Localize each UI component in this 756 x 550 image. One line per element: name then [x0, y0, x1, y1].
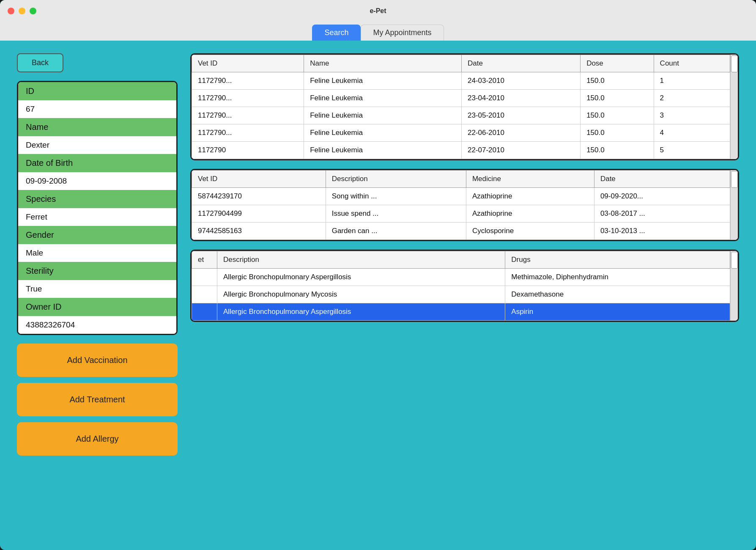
pet-field-sterility-header: Sterility [18, 262, 176, 280]
table-row[interactable]: 1172790...Feline Leukemia24-03-2010150.0… [192, 72, 730, 90]
table-row[interactable]: 11727904499Issue spend ...Azathioprine03… [192, 205, 730, 223]
app-window: e-Pet Search My Appointments Back ID 67 … [0, 0, 756, 550]
vac-col-count: Count [654, 55, 730, 72]
table-row[interactable]: 1172790...Feline Leukemia23-04-2010150.0… [192, 90, 730, 107]
pet-field-gender-header: Gender [18, 226, 176, 244]
treat-col-desc: Description [326, 170, 466, 188]
tab-search[interactable]: Search [312, 25, 361, 41]
vac-col-dose: Dose [581, 55, 654, 72]
pet-field-sterility-value: True [18, 280, 176, 298]
pet-field-id-header: ID [18, 82, 176, 100]
pet-field-id-value: 67 [18, 100, 176, 118]
pet-field-species-value: Ferret [18, 208, 176, 226]
allergy-col-drugs: Drugs [505, 251, 730, 269]
vac-col-date: Date [461, 55, 580, 72]
add-treatment-button[interactable]: Add Treatment [17, 383, 178, 416]
window-controls [8, 8, 36, 14]
table-row[interactable]: 97442585163Garden can ...Cyclosporine03-… [192, 223, 730, 240]
add-allergy-button[interactable]: Add Allergy [17, 422, 178, 456]
pet-field-species-header: Species [18, 190, 176, 208]
pet-field-dob-header: Date of Birth [18, 154, 176, 172]
treat-col-med: Medicine [466, 170, 594, 188]
main-content: Back ID 67 Name Dexter Date of Birth 09-… [0, 41, 756, 550]
left-panel: Back ID 67 Name Dexter Date of Birth 09-… [17, 53, 178, 537]
allergy-col-desc: Description [217, 251, 505, 269]
treatment-scrollbar[interactable] [730, 170, 738, 240]
table-row[interactable]: 1172790...Feline Leukemia22-06-2010150.0… [192, 124, 730, 142]
right-panel: Vet ID Name Date Dose Count 1172790...Fe… [190, 53, 739, 537]
allergy-scrollbar-thumb[interactable] [731, 252, 738, 269]
close-button[interactable] [8, 8, 14, 14]
pet-field-dob-value: 09-09-2008 [18, 172, 176, 190]
minimize-button[interactable] [19, 8, 25, 14]
pet-field-name-value: Dexter [18, 136, 176, 154]
pet-field-name-header: Name [18, 118, 176, 136]
table-row[interactable]: Allergic Bronchopulmonary AspergillosisA… [192, 303, 730, 321]
allergy-col-et: et [192, 251, 217, 269]
pet-field-ownerid-value: 43882326704 [18, 316, 176, 334]
vac-col-name: Name [304, 55, 462, 72]
vac-col-vetid: Vet ID [192, 55, 304, 72]
tab-bar: Search My Appointments [0, 22, 756, 41]
maximize-button[interactable] [30, 8, 36, 14]
table-row[interactable]: 1172790...Feline Leukemia23-05-2010150.0… [192, 107, 730, 124]
treatment-table-container: Vet ID Description Medicine Date 5874423… [190, 169, 739, 241]
table-row[interactable]: Allergic Bronchopulmonary MycosisDexamet… [192, 286, 730, 303]
vaccination-table: Vet ID Name Date Dose Count 1172790...Fe… [192, 55, 730, 159]
pet-field-ownerid-header: Owner ID [18, 298, 176, 316]
allergy-table-container: et Description Drugs Allergic Bronchopul… [190, 250, 739, 322]
allergy-scrollbar[interactable] [730, 251, 738, 321]
table-row[interactable]: Allergic Bronchopulmonary AspergillosisM… [192, 269, 730, 286]
treat-col-vetid: Vet ID [192, 170, 326, 188]
treat-col-date: Date [594, 170, 730, 188]
pet-field-gender-value: Male [18, 244, 176, 262]
tab-appointments[interactable]: My Appointments [361, 25, 444, 41]
vaccination-scrollbar-thumb[interactable] [731, 55, 738, 72]
app-title: e-Pet [370, 7, 386, 15]
vaccination-table-container: Vet ID Name Date Dose Count 1172790...Fe… [190, 53, 739, 160]
table-row[interactable]: 58744239170Song within ...Azathioprine09… [192, 188, 730, 205]
vaccination-scrollbar[interactable] [730, 55, 738, 159]
treatment-scrollbar-thumb[interactable] [731, 171, 738, 188]
titlebar: e-Pet [0, 0, 756, 22]
allergy-table: et Description Drugs Allergic Bronchopul… [192, 251, 730, 321]
treatment-table: Vet ID Description Medicine Date 5874423… [192, 170, 730, 240]
pet-info-table: ID 67 Name Dexter Date of Birth 09-09-20… [17, 81, 178, 335]
add-vaccination-button[interactable]: Add Vaccination [17, 344, 178, 377]
table-row[interactable]: 1172790Feline Leukemia22-07-2010150.05 [192, 142, 730, 159]
back-button[interactable]: Back [17, 53, 63, 72]
